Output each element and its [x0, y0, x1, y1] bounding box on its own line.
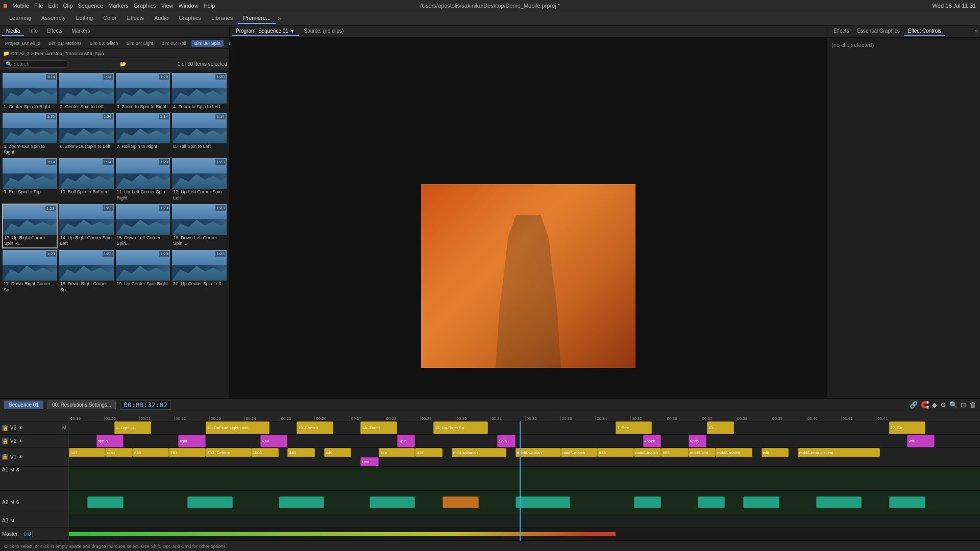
clip-block[interactable]: 3B2. Deform — [206, 448, 251, 457]
tab-media[interactable]: Media — [2, 27, 24, 36]
tab-essential-graphics[interactable]: Essential Graphics — [853, 27, 903, 36]
clip-block[interactable]: mdd8-lord — [689, 448, 716, 457]
thumbnail-item-19[interactable]: 1:23 19. Up Center Spin Right — [115, 249, 171, 294]
clip-block[interactable]: mdd-salamon — [452, 448, 506, 457]
tab-markers[interactable]: Markers — [67, 27, 94, 36]
menu-file[interactable]: File — [32, 2, 45, 10]
clip-block[interactable]: 440 — [287, 448, 315, 457]
track-solo-a2[interactable]: S — [16, 499, 19, 505]
thumbnail-item-8[interactable]: 1:14 8. Roll Spin to Left — [172, 112, 227, 157]
clip-block[interactable]: Roll — [360, 457, 379, 466]
clip-block[interactable]: 855 — [133, 448, 169, 457]
track-lock-v3[interactable]: 🔒 — [2, 425, 8, 431]
clip-block[interactable]: wfll — [762, 448, 789, 457]
clip-block[interactable] — [698, 496, 725, 508]
track-solo-a1[interactable]: S — [16, 467, 19, 472]
thumbnail-item-13[interactable]: 1:23 13. Up-Right Corner Spin R... — [2, 204, 58, 248]
sequence-tab-res[interactable]: 00: Resolutions Settings... — [47, 400, 116, 409]
timeline-search[interactable]: 🔍 — [949, 401, 958, 409]
clip-block[interactable] — [87, 496, 124, 508]
track-content-a2[interactable] — [69, 491, 980, 514]
clip-block[interactable]: mdd8-woman — [516, 448, 561, 457]
menu-window[interactable]: Window — [177, 2, 201, 10]
clip-block[interactable] — [279, 496, 324, 508]
timeline-delete[interactable]: 🗑 — [969, 401, 976, 409]
thumbnail-item-3[interactable]: 1:20 3. Zoom-In Spin to Right — [115, 72, 171, 111]
master-level[interactable]: 0.0 — [22, 531, 33, 537]
clip-block[interactable]: upflo — [689, 435, 707, 447]
search-input[interactable] — [13, 61, 64, 67]
clip-block[interactable]: 416 — [415, 448, 443, 457]
thumbnail-item-5[interactable]: 1:20 5. Zoom-Out Spin to Right — [2, 112, 58, 157]
thumbnail-item-1[interactable]: 1:14 1. Center Spin to Right — [2, 72, 58, 111]
timeline-timecode[interactable]: 00:00:32:02 — [120, 400, 171, 410]
tab-source[interactable]: Source: (no clips) — [300, 27, 348, 36]
clip-block[interactable]: road — [105, 448, 133, 457]
bin-05[interactable]: Bin: 05: Roll — [158, 40, 189, 47]
track-vis-v1[interactable]: 👁 — [18, 455, 23, 460]
track-mute-v3[interactable]: M — [62, 425, 66, 431]
clip-block[interactable]: 13. Up-Right Sp.. — [433, 421, 488, 434]
clip-block[interactable]: 18. DeFlore Light Look — [206, 421, 270, 434]
thumbnail-item-6[interactable]: 1:20 6. Zoom-Out Spin to Left — [59, 112, 114, 157]
clip-block[interactable]: 1. Light Li.. — [114, 421, 151, 434]
clip-block[interactable]: 19. Stretch — [297, 421, 333, 434]
clip-block[interactable]: mdd8-broa-distleal — [798, 448, 880, 457]
track-lock-v1[interactable]: 🔒 — [2, 454, 8, 460]
workspace-tab-audio[interactable]: Audio — [149, 13, 174, 24]
thumbnail-item-20[interactable]: 1:23 20. Up Center Spin Left — [172, 249, 227, 294]
thumbnail-item-18[interactable]: 1:23 18. Down-Right Corner Sp... — [59, 249, 114, 294]
clip-block[interactable]: sph.h — [96, 435, 124, 447]
bin-03[interactable]: Bin: 03: Glitch — [87, 40, 121, 47]
menu-graphics[interactable]: Graphics — [132, 2, 158, 10]
thumbnail-item-12[interactable]: 1:23 12. Up-Left Corner Spin Left — [172, 158, 227, 202]
track-content-a1[interactable] — [69, 467, 980, 490]
clip-block[interactable]: 449 — [324, 448, 352, 457]
menu-help[interactable]: Help — [202, 2, 217, 10]
panel-menu-icon[interactable]: ≡ — [974, 28, 978, 35]
timeline-tool-marker[interactable]: ◆ — [932, 401, 937, 409]
clip-block[interactable] — [889, 496, 925, 508]
tab-effect-controls[interactable]: Effect Controls — [904, 27, 945, 36]
clip-block[interactable]: 615 — [597, 448, 633, 457]
clip-block[interactable] — [443, 496, 479, 508]
track-mute-a1[interactable]: M — [10, 467, 14, 472]
tab-effects[interactable]: Effects — [43, 27, 66, 36]
clip-block[interactable]: Spin — [397, 435, 415, 447]
clip-block[interactable]: 1. Stre — [616, 421, 652, 434]
workspace-tab-premiererc[interactable]: Premiere... — [238, 13, 276, 24]
timeline-playhead[interactable] — [520, 421, 521, 541]
clip-block[interactable] — [187, 496, 233, 508]
clip-block[interactable]: mdd8-match — [561, 448, 597, 457]
thumbnail-item-16[interactable]: 1:23 16. Down-Left Corner Spin ... — [172, 204, 227, 248]
clip-block[interactable]: 347 — [69, 448, 105, 457]
sequence-tab-01[interactable]: Sequence 01 — [4, 400, 43, 409]
track-content-v2[interactable]: sph.h light Roll Spin Spin knock upflo w… — [69, 435, 980, 447]
track-content-a3[interactable] — [69, 514, 980, 527]
thumbnail-item-11[interactable]: 1:23 11. Up-Left Corner Spin Right — [115, 158, 171, 202]
track-lock-v2[interactable]: 🔒 — [2, 438, 8, 444]
timeline-ruler[interactable]: 00:19 00:20 00:21 00:22 00:23 00:24 00:2… — [0, 411, 980, 421]
clip-block[interactable] — [634, 496, 662, 508]
menu-clip[interactable]: Clip — [61, 2, 75, 10]
timeline-tool-link[interactable]: 🔗 — [910, 401, 918, 409]
workspace-more-button[interactable]: » — [278, 14, 281, 22]
search-input-wrap[interactable]: 🔍 — [2, 60, 68, 68]
thumbnail-item-15[interactable]: 1:23 15. Down-Left Corner Spin... — [115, 204, 171, 248]
clip-block[interactable]: knock — [643, 435, 662, 447]
workspace-tab-libraries[interactable]: Libraries — [206, 13, 238, 24]
bin-04[interactable]: Bin: 04: Light — [124, 40, 157, 47]
clip-block[interactable]: 753 — [169, 448, 205, 457]
track-content-master[interactable] — [69, 528, 980, 540]
tab-effects-right[interactable]: Effects — [829, 27, 853, 36]
thumbnail-item-2[interactable]: 1:14 2. Center Spin to Left — [59, 72, 114, 111]
clip-block[interactable]: 74x — [379, 448, 415, 457]
timeline-tool-settings[interactable]: ⚙ — [940, 401, 946, 409]
clip-block[interactable]: Spin — [497, 435, 516, 447]
workspace-tab-assembly[interactable]: Assembly — [36, 13, 71, 24]
menu-mobile[interactable]: Mobile — [10, 2, 31, 10]
thumbnail-item-7[interactable]: 1:14 7. Roll Spin to Right — [115, 112, 171, 157]
menu-view[interactable]: View — [159, 2, 176, 10]
clip-block[interactable]: 1A. Zoom — [360, 421, 397, 434]
thumbnail-item-4[interactable]: 1:20 4. Zoom-In Spin to Left — [172, 72, 227, 111]
